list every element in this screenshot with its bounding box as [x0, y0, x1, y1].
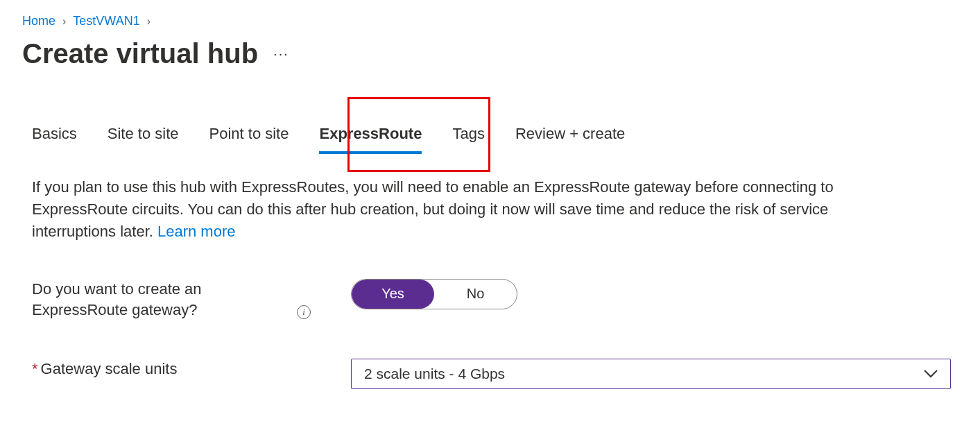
- create-gateway-toggle[interactable]: Yes No: [351, 279, 517, 309]
- tab-review-create[interactable]: Review + create: [515, 125, 625, 150]
- label-text: Do you want to create an ExpressRoute ga…: [32, 279, 295, 322]
- description-text: If you plan to use this hub with Express…: [32, 178, 834, 240]
- breadcrumb-home[interactable]: Home: [22, 14, 55, 28]
- more-actions-icon[interactable]: ···: [273, 46, 289, 62]
- form-row-create-gateway: Do you want to create an ExpressRoute ga…: [32, 279, 958, 322]
- chevron-down-icon: [924, 367, 938, 382]
- breadcrumb: Home › TestVWAN1 ›: [22, 14, 958, 28]
- tab-site-to-site[interactable]: Site to site: [108, 125, 179, 150]
- dropdown-value: 2 scale units - 4 Gbps: [364, 366, 505, 382]
- tabs: Basics Site to site Point to site Expres…: [32, 125, 958, 150]
- learn-more-link[interactable]: Learn more: [157, 223, 236, 240]
- title-row: Create virtual hub ···: [22, 38, 958, 69]
- tab-expressroute[interactable]: ExpressRoute: [319, 125, 422, 150]
- create-gateway-label: Do you want to create an ExpressRoute ga…: [32, 279, 351, 322]
- required-asterisk: *: [32, 359, 38, 380]
- label-text: Gateway scale units: [41, 359, 178, 380]
- form-row-scale-units: *Gateway scale units 2 scale units - 4 G…: [32, 359, 958, 389]
- tab-basics[interactable]: Basics: [32, 125, 77, 150]
- tab-description: If you plan to use this hub with Express…: [32, 176, 906, 243]
- breadcrumb-testvwan1[interactable]: TestVWAN1: [73, 14, 139, 28]
- page-title: Create virtual hub: [22, 38, 258, 69]
- toggle-yes[interactable]: Yes: [352, 280, 434, 309]
- scale-units-label: *Gateway scale units: [32, 359, 351, 380]
- chevron-right-icon: ›: [62, 15, 66, 28]
- chevron-right-icon: ›: [147, 15, 151, 28]
- toggle-no[interactable]: No: [434, 280, 517, 309]
- info-icon[interactable]: i: [297, 305, 311, 319]
- scale-units-dropdown[interactable]: 2 scale units - 4 Gbps: [351, 359, 951, 389]
- tab-tags[interactable]: Tags: [452, 125, 484, 150]
- tab-point-to-site[interactable]: Point to site: [209, 125, 289, 150]
